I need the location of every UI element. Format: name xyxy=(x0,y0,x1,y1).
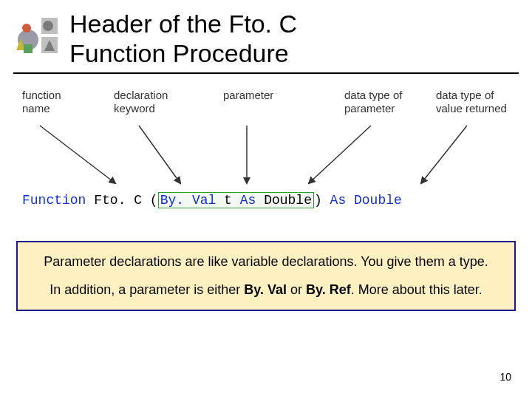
label-dtype-return: data type of value returned xyxy=(436,89,507,115)
callout-text: . More about this later. xyxy=(351,282,482,297)
callout-text: In addition, a parameter is either xyxy=(50,282,244,297)
svg-line-8 xyxy=(40,126,115,183)
token-as-2: As xyxy=(330,193,347,208)
token-param-type: Double xyxy=(264,193,312,208)
callout-bold-byref: By. Ref xyxy=(306,282,351,297)
token-byval: By. Val xyxy=(160,193,216,208)
code-signature: Function Fto. C (By. Val t As Double) As… xyxy=(22,192,510,208)
parameter-box: By. Val t As Double xyxy=(158,192,314,208)
token-as-1: As xyxy=(240,193,256,208)
token-param-name: t xyxy=(224,193,232,208)
diagram-arrows xyxy=(22,123,510,189)
label-dtype-parameter: data type of parameter xyxy=(344,89,402,115)
svg-line-9 xyxy=(139,126,180,183)
token-return-type: Double xyxy=(354,193,402,208)
label-declaration-kw: declaration keyword xyxy=(114,89,168,115)
callout-paragraph-2: In addition, a parameter is either By. V… xyxy=(31,281,501,299)
token-function-keyword: Function xyxy=(22,193,86,208)
annotation-diagram: function name declaration keyword parame… xyxy=(22,89,510,236)
callout-box: Parameter declarations are like variable… xyxy=(16,241,516,311)
svg-line-12 xyxy=(421,126,467,183)
page-number: 10 xyxy=(499,371,511,383)
callout-bold-byval: By. Val xyxy=(244,282,287,297)
callout-text: or xyxy=(287,282,306,297)
callout-paragraph-1: Parameter declarations are like variable… xyxy=(31,253,501,270)
svg-point-2 xyxy=(43,21,53,31)
label-function-name: function name xyxy=(22,89,61,115)
logo-icon xyxy=(13,15,61,62)
svg-rect-7 xyxy=(24,44,33,53)
callout-text: Parameter declarations are like variable… xyxy=(44,254,488,269)
token-close-paren: ) xyxy=(314,193,322,208)
svg-point-5 xyxy=(22,24,31,33)
token-function-name: Fto. C xyxy=(94,193,142,208)
token-open-paren: ( xyxy=(150,193,158,208)
diagram-labels: function name declaration keyword parame… xyxy=(22,89,510,126)
label-parameter: parameter xyxy=(223,89,273,102)
slide-header: Header of the Fto. C Function Procedure xyxy=(13,9,519,74)
svg-line-11 xyxy=(309,126,371,183)
slide-title: Header of the Fto. C Function Procedure xyxy=(69,9,297,68)
